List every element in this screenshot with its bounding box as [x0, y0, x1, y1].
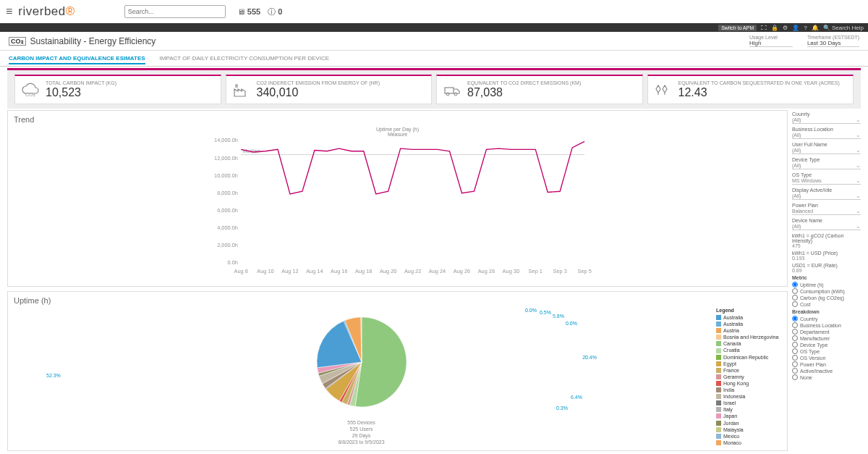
truck-icon — [443, 80, 461, 99]
legend-item[interactable]: Australia — [716, 321, 781, 327]
breakdown-opt[interactable]: Active/Inactive — [792, 368, 861, 374]
bell-icon[interactable]: 🔔 — [812, 25, 819, 31]
legend-item[interactable]: Croatia — [716, 347, 781, 353]
pie-legend: Legend AustraliaAustraliaAustriaBosnia a… — [716, 308, 781, 446]
lock-icon[interactable]: 🔒 — [771, 25, 778, 31]
kv-item: kWh1 = USD (Price)0.193 — [792, 251, 861, 261]
svg-text:Aug 28: Aug 28 — [478, 268, 495, 274]
trend-title: Trend — [14, 115, 781, 124]
svg-rect-1 — [445, 88, 454, 93]
user-icon[interactable]: 👤 — [792, 25, 799, 31]
legend-item[interactable]: Dominican Republic — [716, 354, 781, 361]
search-input[interactable] — [124, 5, 226, 18]
filter-0[interactable]: Counrty(All) — [792, 112, 861, 124]
tab-carbon-impact[interactable]: CARBON IMPACT AND EQUIVALENCE ESIMATES — [9, 54, 145, 64]
expand-icon[interactable]: ⛶ — [761, 25, 767, 31]
svg-text:Sep 5: Sep 5 — [577, 268, 591, 274]
legend-item[interactable]: Geramny — [716, 374, 781, 380]
filter-3[interactable]: Device Type(All) — [792, 157, 861, 169]
svg-text:Aug 14: Aug 14 — [306, 268, 323, 274]
filter-2[interactable]: User Full Name(All) — [792, 142, 861, 154]
legend-item[interactable]: Italy — [716, 406, 781, 413]
breakdown-opt[interactable]: Device Type — [792, 342, 861, 348]
legend-item[interactable]: Canada — [716, 340, 781, 347]
legend-item[interactable]: India — [716, 387, 781, 393]
svg-text:0.0h: 0.0h — [228, 259, 238, 266]
usage-level-select[interactable]: Usage Level High — [749, 35, 793, 47]
tab-daily-electricity[interactable]: IMPACT OF DAILY ELECTRICITY CONSUMPTION … — [160, 54, 329, 64]
legend-item[interactable]: Monaco — [716, 440, 781, 446]
search-help[interactable]: 🔍 Search Help — [823, 25, 864, 31]
svg-text:14,000.0h: 14,000.0h — [214, 137, 238, 143]
svg-text:Aug 26: Aug 26 — [454, 268, 470, 274]
metric-opt[interactable]: Cost — [792, 301, 861, 307]
help-icon[interactable]: ? — [804, 25, 807, 31]
metric-opt[interactable]: Uptime (h) — [792, 282, 861, 287]
legend-item[interactable]: Japan — [716, 413, 781, 419]
breakdown-opt[interactable]: None — [792, 374, 861, 380]
trees-icon — [654, 80, 673, 99]
svg-text:Aug 20: Aug 20 — [380, 268, 396, 274]
legend-item[interactable]: Hong Kong — [716, 380, 781, 387]
breakdown-opt[interactable]: Country — [792, 316, 861, 321]
kv-item: USD1 = EUR (Rate)0.89 — [792, 263, 861, 273]
svg-text:Aug 24: Aug 24 — [429, 268, 446, 274]
svg-text:Aug 22: Aug 22 — [404, 268, 421, 274]
svg-text:Sep 1: Sep 1 — [529, 268, 542, 274]
breakdown-opt[interactable]: Manufacturer — [792, 335, 861, 341]
info-count[interactable]: ⓘ 0 — [268, 7, 282, 17]
filter-7[interactable]: Device Name(All) — [792, 218, 861, 230]
switch-apm-button[interactable]: Switch to APM — [718, 25, 757, 31]
metric-opt[interactable]: Carbon (kg CO2eq) — [792, 295, 861, 300]
legend-item[interactable]: Australia — [716, 314, 781, 321]
svg-text:Aug 18: Aug 18 — [355, 268, 372, 274]
legend-item[interactable]: Mexico — [716, 433, 781, 440]
kpi-total-carbon: CO₂ TOTAL CARBON IMPACT (KG)10,523 — [14, 75, 221, 104]
kv-item: kWh1 = gCO2 (Carbon intensity)475 — [792, 233, 861, 248]
breakdown-opt[interactable]: OS Version — [792, 355, 861, 361]
uptime-title: Uptime (h) — [14, 296, 781, 305]
svg-text:6,000.0h: 6,000.0h — [217, 207, 238, 214]
gear-icon[interactable]: ⚙ — [783, 25, 788, 31]
legend-item[interactable]: Jordan — [716, 420, 781, 426]
cloud-co2-icon: CO₂ — [21, 80, 40, 99]
kpi-indirect-emission: CO2 INDERECT EMISSION FROM ENERGY OF (HR… — [226, 75, 433, 104]
breakdown-opt[interactable]: Departament — [792, 329, 861, 335]
breakdown-opt[interactable]: Business Location — [792, 322, 861, 328]
svg-text:10,000.0h: 10,000.0h — [214, 172, 238, 179]
kpi-carbon-sequestrated: EQUIVALENT TO CARBON SEQUESTRATED IN ONE… — [647, 75, 854, 104]
svg-text:Aug 16: Aug 16 — [331, 268, 347, 274]
svg-text:Aug 12: Aug 12 — [281, 268, 298, 274]
svg-text:Sep 3: Sep 3 — [553, 268, 567, 274]
filter-5[interactable]: Display Actve/Idle(All) — [792, 188, 861, 200]
filter-6[interactable]: Power PlanBalanced — [792, 203, 861, 215]
monitor-count[interactable]: 🖥 555 — [237, 7, 260, 16]
svg-text:Aug 30: Aug 30 — [503, 268, 519, 274]
breakdown-opt[interactable]: OS Type — [792, 348, 861, 354]
breakdown-section-title: Breakdown — [792, 309, 861, 314]
filter-1[interactable]: Business Location(All) — [792, 127, 861, 139]
svg-text:8,000.0h: 8,000.0h — [217, 190, 238, 196]
metric-opt[interactable]: Consumption (kWh) — [792, 288, 861, 294]
legend-item[interactable]: Malaysia — [716, 426, 781, 433]
svg-text:Aug 10: Aug 10 — [257, 268, 273, 274]
menu-icon[interactable]: ≡ — [6, 5, 12, 18]
legend-item[interactable]: Austria — [716, 327, 781, 334]
trend-line-chart: 0.0h2,000.0h4,000.0h6,000.0h8,000.0h10,0… — [14, 137, 781, 274]
brand-logo: riverbed® — [18, 4, 75, 19]
timeframe-select[interactable]: Timeframe (ESTSEDT) Last 30 Days — [807, 35, 859, 47]
svg-text:Aug 8: Aug 8 — [234, 268, 247, 274]
uptime-panel: Uptime (h) 52.3% 20.4% 6.4% 0.3% 5.8% 0.… — [7, 291, 788, 451]
legend-item[interactable]: Israel — [716, 400, 781, 406]
svg-text:CO₂: CO₂ — [25, 92, 35, 97]
co2-chip: CO₂ — [9, 37, 26, 46]
breakdown-opt[interactable]: Power Plan — [792, 361, 861, 367]
legend-item[interactable]: Egypt — [716, 361, 781, 367]
filter-4[interactable]: OS TypeMS Windows — [792, 172, 861, 185]
uptime-pie-chart — [300, 308, 423, 416]
legend-item[interactable]: France — [716, 367, 781, 374]
legend-item[interactable]: Bosnia and Herzegovina — [716, 334, 781, 340]
metric-section-title: Metric — [792, 275, 861, 280]
trend-panel: Trend Uptime per Day (h) Measure 0.0h2,0… — [7, 110, 788, 287]
legend-item[interactable]: Indonesia — [716, 393, 781, 400]
